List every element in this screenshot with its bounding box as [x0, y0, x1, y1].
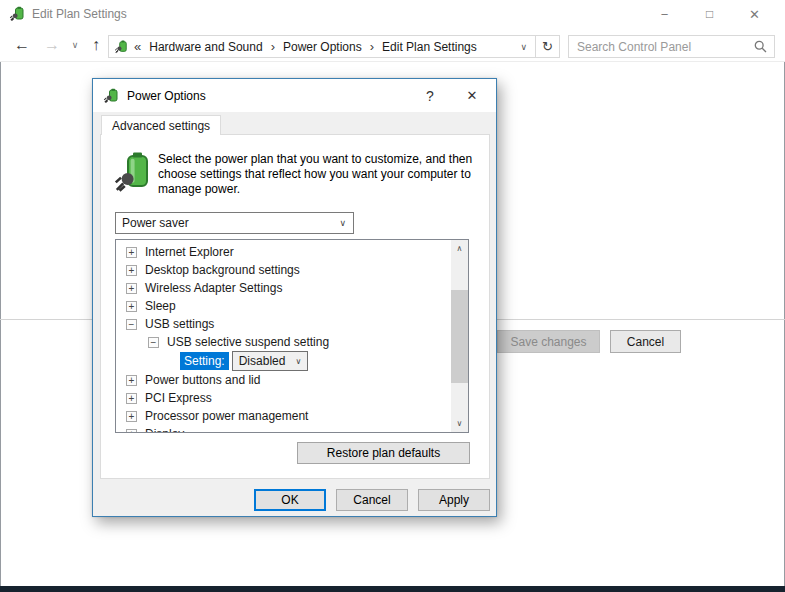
help-button[interactable]: ? [415, 79, 445, 112]
tree-item[interactable]: +Internet Explorer [116, 243, 451, 261]
address-bar[interactable]: « Hardware and Sound › Power Options › E… [108, 35, 560, 58]
page-cancel-button[interactable]: Cancel [610, 330, 681, 353]
tree-item-label: Wireless Adapter Settings [145, 281, 282, 295]
tree-item[interactable]: −USB selective suspend setting [116, 333, 451, 351]
tree-expander-icon[interactable]: + [126, 411, 137, 422]
tree-item[interactable]: +PCI Express [116, 389, 451, 407]
back-button[interactable]: ← [8, 28, 36, 62]
breadcrumb-separator-icon: › [370, 39, 374, 54]
tree-item[interactable]: +Power buttons and lid [116, 371, 451, 389]
tree-item-label: Sleep [145, 299, 176, 313]
tree-expander-icon[interactable]: + [126, 283, 137, 294]
dialog-close-button[interactable]: ✕ [453, 79, 491, 112]
restore-plan-defaults-button[interactable]: Restore plan defaults [297, 442, 470, 464]
window-title: Edit Plan Settings [32, 7, 127, 21]
tree-item-label: Desktop background settings [145, 263, 300, 277]
search-placeholder: Search Control Panel [577, 40, 754, 54]
selected-plan: Power saver [122, 216, 339, 230]
dialog-title: Power Options [127, 89, 206, 103]
tree-item-label: Power buttons and lid [145, 373, 260, 387]
tree-scrollbar[interactable]: ∧ ∨ [451, 240, 468, 432]
tree-rows: +Internet Explorer+Desktop background se… [116, 240, 451, 432]
edit-plan-settings-window: Edit Plan Settings − □ ✕ ← → ∨ ↑ « Hardw… [0, 0, 785, 592]
breadcrumb-hardware-and-sound[interactable]: Hardware and Sound [149, 40, 262, 54]
tree-item[interactable]: +Desktop background settings [116, 261, 451, 279]
tree-item[interactable]: −USB settings [116, 315, 451, 333]
breadcrumb-power-options[interactable]: Power Options [283, 40, 362, 54]
power-plan-icon [9, 6, 25, 22]
power-options-dialog: Power Options ? ✕ Advanced settings Sele… [92, 78, 497, 517]
tree-item-label: USB settings [145, 317, 214, 331]
minimize-button[interactable]: − [642, 0, 687, 28]
power-plan-icon [103, 88, 119, 104]
window-controls: − □ ✕ [642, 0, 777, 28]
chevron-down-icon: ∨ [339, 218, 346, 228]
up-button[interactable]: ↑ [84, 28, 108, 62]
tree-expander-icon[interactable]: + [126, 247, 137, 258]
tree-item-label: PCI Express [145, 391, 212, 405]
tree-setting-row[interactable]: Setting:Disabled∨ [116, 351, 451, 371]
dialog-titlebar: Power Options ? ✕ [93, 79, 496, 112]
scroll-down-icon[interactable]: ∨ [451, 415, 468, 432]
power-plan-selector[interactable]: Power saver ∨ [115, 212, 354, 234]
breadcrumb-separator-icon: › [271, 39, 275, 54]
setting-value: Disabled [239, 354, 286, 368]
search-icon[interactable] [754, 40, 767, 53]
tab-advanced-settings[interactable]: Advanced settings [101, 115, 221, 135]
settings-tree: +Internet Explorer+Desktop background se… [115, 239, 469, 433]
tree-expander-icon[interactable]: + [126, 429, 137, 433]
tree-expander-icon[interactable]: + [126, 375, 137, 386]
chevron-down-icon: ∨ [295, 357, 301, 366]
forward-button[interactable]: → [38, 28, 66, 62]
scrollbar-thumb[interactable] [451, 290, 468, 383]
advanced-settings-tabpage: Select the power plan that you want to c… [100, 134, 490, 479]
tree-expander-icon[interactable]: + [126, 265, 137, 276]
breadcrumb-collapse-icon[interactable]: « [134, 39, 141, 54]
window-titlebar: Edit Plan Settings − □ ✕ [0, 0, 785, 28]
tree-item[interactable]: +Display [116, 425, 451, 432]
tree-expander-icon[interactable]: − [148, 337, 159, 348]
tree-item[interactable]: +Sleep [116, 297, 451, 315]
apply-button[interactable]: Apply [418, 489, 490, 511]
tree-expander-icon[interactable]: + [126, 393, 137, 404]
address-dropdown-icon[interactable]: ∨ [512, 36, 535, 57]
search-box[interactable]: Search Control Panel [568, 35, 775, 58]
tree-item-label: Display [145, 427, 184, 432]
close-button[interactable]: ✕ [732, 0, 777, 28]
power-battery-icon [114, 150, 150, 194]
history-dropdown-icon[interactable]: ∨ [66, 28, 84, 62]
maximize-button[interactable]: □ [687, 0, 732, 28]
tree-expander-icon[interactable]: − [126, 319, 137, 330]
tree-item-label: Processor power management [145, 409, 308, 423]
tree-item[interactable]: +Wireless Adapter Settings [116, 279, 451, 297]
dialog-description: Select the power plan that you want to c… [158, 152, 476, 197]
tree-expander-icon[interactable]: + [126, 301, 137, 312]
tree-item[interactable]: +Processor power management [116, 407, 451, 425]
tree-item-label: Internet Explorer [145, 245, 234, 259]
power-plan-icon [114, 40, 128, 54]
navigation-bar: ← → ∨ ↑ « Hardware and Sound › Power Opt… [0, 28, 785, 62]
breadcrumb-edit-plan-settings[interactable]: Edit Plan Settings [382, 40, 477, 54]
setting-label: Setting: [180, 352, 229, 370]
dialog-cancel-button[interactable]: Cancel [336, 489, 408, 511]
setting-value-dropdown[interactable]: Disabled∨ [232, 351, 309, 371]
refresh-button[interactable]: ↻ [535, 36, 559, 57]
ok-button[interactable]: OK [254, 489, 326, 511]
taskbar-edge [0, 586, 785, 592]
save-changes-button[interactable]: Save changes [497, 330, 600, 353]
scroll-up-icon[interactable]: ∧ [451, 240, 468, 257]
tree-item-label: USB selective suspend setting [167, 335, 329, 349]
